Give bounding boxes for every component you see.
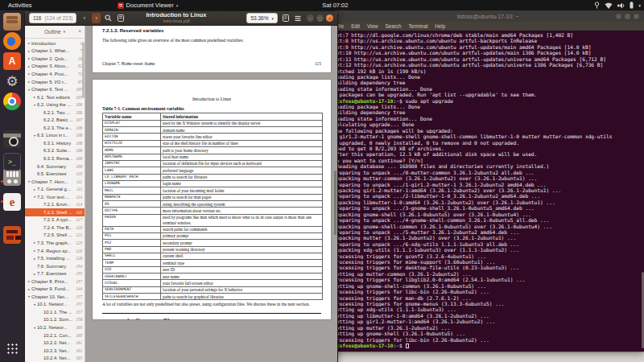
dock-item-chrome[interactable] — [3, 93, 21, 110]
outline-item[interactable]: ▾Chapter 7. Hom...111 — [25, 178, 85, 186]
page-number-input[interactable]: 116 — [33, 15, 41, 21]
outline-item[interactable]: ▸7.3. The graph...123 — [25, 239, 85, 247]
outline-item[interactable]: ▾6.3. Linux in t...108 — [25, 132, 85, 140]
outline-page-number: 105 — [76, 87, 82, 92]
outline-item[interactable]: 6.3.3. Rema...109 — [25, 154, 85, 162]
outline-item[interactable]: 7.2.1. Envir...114 — [25, 200, 85, 208]
outline-item[interactable]: 7.6. Summary134 — [25, 262, 85, 270]
search-icon[interactable] — [104, 13, 113, 23]
outline-item[interactable]: 10.2.4. Net...163 — [25, 354, 85, 362]
sidebar-scrollbar[interactable] — [82, 42, 85, 98]
menu-item[interactable]: Edit — [351, 23, 360, 29]
outline-item[interactable]: 6.5. Exercises110 — [25, 170, 85, 178]
page-count-label: (124 of 223) — [44, 15, 72, 21]
show-applications-button[interactable] — [6, 343, 18, 354]
outline-item[interactable]: 6.2.3. The e...108 — [25, 124, 85, 132]
terminal-titlebar[interactable]: itsfoss@ubuntu-17-10: ~ – ▢ × — [332, 10, 644, 22]
terminal-line: Setting up xdg-utils (1.1.1-1ubuntu3) ..… — [333, 306, 644, 312]
outline-item[interactable]: 6.3.1. History108 — [25, 139, 85, 147]
outline-item[interactable]: ▸Chapter 9. Fund...144 — [25, 286, 85, 294]
outline-item[interactable]: 6.3.2. Suite...108 — [25, 147, 85, 155]
outline-item-label: 10.1.1. The ... — [43, 310, 76, 315]
outline-item[interactable]: ▸7.1. General g...111 — [25, 185, 85, 193]
zoom-control[interactable]: 53.36% ▾ — [246, 13, 278, 23]
outline-item[interactable]: 10.1.2. Som...158 — [25, 316, 85, 324]
side-pane-toggle-icon[interactable] — [116, 13, 125, 23]
dock-item-evince[interactable]: e — [3, 193, 21, 211]
document-scrollbar[interactable] — [334, 171, 336, 235]
outline-item[interactable]: 10.2.3. Net...161 — [25, 347, 85, 355]
outline-item[interactable]: ▸Chapter 2. Quic...18 — [25, 55, 85, 63]
outline-item[interactable]: ▸Chapter 8. Print...137 — [25, 278, 85, 286]
dock-item-firefox[interactable] — [3, 32, 21, 50]
outline-item[interactable]: 7.2.3. A typi...117 — [25, 216, 85, 224]
menu-item[interactable]: Terminal — [409, 23, 428, 29]
outline-item[interactable]: 7.2.5. Shell ...121 — [25, 232, 85, 240]
dock-item-screenshot[interactable] — [3, 130, 21, 148]
terminal-line: Reading package lists... Done — [333, 104, 644, 109]
outline-item[interactable]: ▾10.1. Networ...157 — [25, 301, 85, 309]
menu-item[interactable]: Search — [386, 23, 402, 29]
volume-icon — [617, 2, 625, 9]
outline-item[interactable]: 6.4. Summary109 — [25, 162, 85, 171]
terminal-line: Preparing to unpack .../4-gnome-shell-co… — [333, 217, 644, 223]
outline-item-label: 10.2.4. Net... — [43, 356, 76, 360]
outline-item[interactable]: ▸Chapter 5. I/O r...97 — [25, 78, 85, 86]
sidebar-mode-dropdown[interactable]: Outline ▾ × — [25, 26, 85, 39]
outline-item[interactable]: 6.2.2. Basic ...107 — [25, 116, 85, 124]
outline-item[interactable]: ▸6.1. Text editors105 — [25, 93, 85, 101]
outline-item[interactable]: ▸7.5. Installing ...128 — [25, 254, 85, 262]
outline-item[interactable]: ▸Chapter 3. Abou...32 — [25, 63, 85, 71]
outline-item[interactable]: ▸Chapter 4. Proc...71 — [25, 70, 85, 78]
dock-item-files[interactable] — [3, 13, 21, 31]
page-number-control[interactable]: 116 (124 of 223) — [29, 13, 76, 23]
outline-item[interactable]: ▾10.2. Networ...160 — [25, 323, 85, 331]
minimize-button[interactable]: – — [616, 14, 621, 19]
outline-item-label: 6.2.2. Basic ... — [43, 117, 76, 122]
terminal-line: Processing triggers for libc-bin (2.26-0… — [333, 289, 644, 294]
paragraph: The following table gives an overview of… — [102, 38, 321, 43]
menu-item[interactable]: View — [367, 23, 378, 29]
minimize-button[interactable]: – — [307, 14, 314, 22]
close-button[interactable]: × — [634, 14, 639, 19]
maximize-button[interactable]: ▢ — [625, 14, 630, 19]
terminal-line: The following packages will be upgraded: — [333, 128, 644, 134]
history-back-button[interactable]: ‹ — [80, 13, 89, 23]
outline-item[interactable]: ▾Chapter 10. Net...157 — [25, 293, 85, 301]
outline-item[interactable]: 6.2.1. Two ...106 — [25, 109, 85, 117]
app-menu[interactable]: Document Viewer ▾ — [118, 0, 179, 10]
terminal-line: Preparing to unpack .../0-mutter-common_… — [333, 170, 644, 175]
document-filename: intro-linux.pdf — [147, 19, 207, 23]
outline-item[interactable]: 7.2.4. The B...120 — [25, 224, 85, 232]
dock-item-terminal[interactable]: >_ — [3, 153, 21, 171]
terminal-line: Get:11 http://us.archive.ubuntu.com/ubun… — [333, 56, 644, 62]
outline-item[interactable]: ▾7.2. Your text ...114 — [25, 193, 85, 201]
outline-item[interactable]: 10.2.1. Con...160 — [25, 331, 85, 339]
outline-tree: ▸Introduction1▸Chapter 1. What...7▸Chapt… — [25, 39, 85, 362]
dock-item-tweaks[interactable] — [3, 168, 21, 186]
hamburger-menu-icon[interactable] — [293, 13, 302, 23]
dock-item-ubuntu-software[interactable]: A — [3, 52, 21, 70]
outline-item[interactable]: ▾6.2. Using the ...106 — [25, 101, 85, 109]
outline-item[interactable]: 7.2.2. Shell ...116 — [25, 208, 85, 216]
app-menu-label: Document Viewer — [126, 2, 174, 9]
menu-item[interactable]: Help — [435, 23, 445, 29]
close-sidebar-icon[interactable]: × — [78, 28, 81, 34]
outline-item[interactable]: 10.1.1. The ...157 — [25, 308, 85, 316]
clock[interactable]: Sat 07:02 — [322, 2, 348, 9]
outline-item[interactable]: ▸Chapter 1. What...7 — [25, 47, 85, 56]
outline-item[interactable]: ▾Chapter 6. Text ...105 — [25, 85, 85, 93]
system-status-menu[interactable]: ▾ — [594, 0, 641, 10]
close-button[interactable]: × — [326, 14, 333, 22]
dock-item-settings[interactable]: ⚙ — [3, 72, 21, 90]
annotations-icon[interactable] — [281, 13, 290, 23]
outline-item[interactable]: 10.2.2. Net...161 — [25, 339, 85, 347]
activities-button[interactable]: Activities — [0, 0, 40, 10]
dock-item-orange-app[interactable] — [3, 226, 21, 244]
maximize-button[interactable]: ▢ — [316, 14, 324, 22]
terminal-line: Processing triggers for desktop-file-uti… — [333, 265, 644, 270]
outline-item[interactable]: ▸7.7. Exercises135 — [25, 269, 85, 278]
outline-item[interactable]: ▸Introduction1 — [25, 39, 85, 47]
history-forward-button[interactable]: › — [92, 13, 101, 23]
outline-item[interactable]: ▸7.4. Region sp...126 — [25, 247, 85, 255]
